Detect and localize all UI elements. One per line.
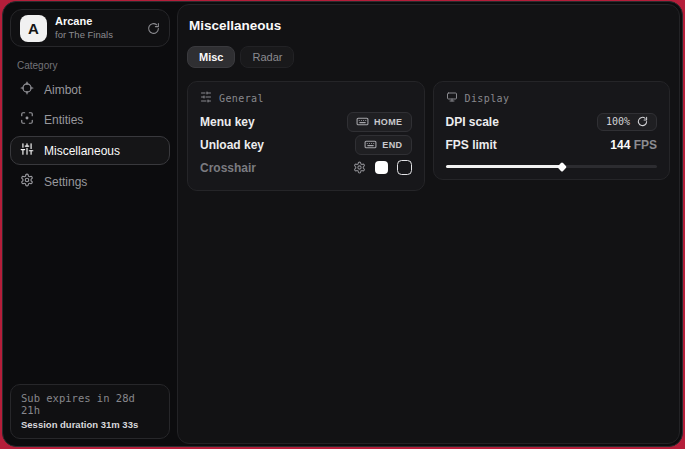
- page-title: Miscellaneous: [189, 18, 670, 33]
- monitor-icon: [446, 91, 458, 105]
- crosshair-icon: [20, 81, 34, 98]
- main-panel: Miscellaneous Misc Radar General Menu ke…: [177, 4, 680, 444]
- brand-text: Arcane for The Finals: [55, 15, 139, 41]
- app-title: Arcane: [55, 15, 139, 29]
- general-card: General Menu key HOME Unload key: [187, 81, 425, 191]
- tab-bar: Misc Radar: [187, 46, 670, 68]
- subscription-info: Sub expires in 28d 21h Session duration …: [10, 384, 170, 439]
- sidebar-item-label: Entities: [44, 113, 83, 127]
- fps-limit-slider[interactable]: [446, 165, 658, 168]
- dpi-scale-selector[interactable]: 100%: [597, 113, 657, 131]
- sidebar: A Arcane for The Finals Category Aimbot: [3, 2, 177, 446]
- sidebar-item-aimbot[interactable]: Aimbot: [10, 76, 170, 103]
- crosshair-controls: [353, 160, 412, 175]
- gear-icon: [20, 173, 34, 190]
- sidebar-item-label: Miscellaneous: [44, 144, 120, 158]
- menu-key-label: Menu key: [200, 115, 255, 129]
- menu-key-value: HOME: [374, 117, 403, 127]
- sliders-horizontal-icon: [200, 91, 212, 105]
- display-card-title: Display: [465, 93, 510, 104]
- sidebar-item-entities[interactable]: Entities: [10, 106, 170, 133]
- keyboard-icon: [364, 138, 377, 151]
- dpi-scale-value: 100%: [606, 116, 630, 127]
- crosshair-enable-checkbox[interactable]: [397, 160, 412, 175]
- sliders-icon: [20, 142, 34, 159]
- tab-radar[interactable]: Radar: [240, 46, 294, 68]
- unload-key-value: END: [382, 140, 402, 150]
- app-subtitle: for The Finals: [55, 29, 139, 41]
- fps-limit-label: FPS limit: [446, 138, 497, 152]
- crosshair-color-swatch[interactable]: [375, 161, 388, 174]
- app-window: A Arcane for The Finals Category Aimbot: [2, 1, 683, 447]
- sidebar-item-label: Aimbot: [44, 83, 81, 97]
- menu-key-bind-button[interactable]: HOME: [347, 112, 412, 132]
- general-card-title: General: [219, 93, 264, 104]
- display-card-header: Display: [446, 91, 658, 105]
- dpi-scale-row: DPI scale 100%: [446, 110, 658, 133]
- fps-slider-fill: [446, 165, 562, 168]
- sidebar-item-miscellaneous[interactable]: Miscellaneous: [10, 136, 170, 165]
- unload-key-label: Unload key: [200, 138, 264, 152]
- display-card: Display DPI scale 100% FPS limit 144: [433, 81, 671, 180]
- fps-number: 144: [610, 138, 630, 152]
- unload-key-bind-button[interactable]: END: [355, 135, 411, 155]
- category-label: Category: [17, 60, 163, 71]
- menu-key-row: Menu key HOME: [200, 110, 412, 133]
- crosshair-row: Crosshair: [200, 156, 412, 179]
- general-card-header: General: [200, 91, 412, 105]
- fps-limit-value: 144 FPS: [610, 138, 657, 152]
- scan-icon: [20, 111, 34, 128]
- sidebar-item-label: Settings: [44, 175, 87, 189]
- session-duration-text: Session duration 31m 33s: [21, 419, 159, 430]
- card-container: General Menu key HOME Unload key: [187, 81, 670, 191]
- cycle-icon: [637, 116, 648, 127]
- crosshair-settings-gear-icon[interactable]: [353, 161, 366, 174]
- fps-unit: FPS: [634, 138, 657, 152]
- sidebar-item-settings[interactable]: Settings: [10, 168, 170, 195]
- unload-key-row: Unload key END: [200, 133, 412, 156]
- dpi-scale-label: DPI scale: [446, 115, 499, 129]
- refresh-icon[interactable]: [147, 22, 160, 35]
- tab-misc[interactable]: Misc: [187, 46, 235, 68]
- sub-expiry-text: Sub expires in 28d 21h: [21, 392, 159, 416]
- fps-limit-row: FPS limit 144 FPS: [446, 133, 658, 156]
- brand-header: A Arcane for The Finals: [10, 9, 170, 47]
- keyboard-icon: [356, 115, 369, 128]
- sidebar-nav: Aimbot Entities Miscellaneous: [10, 76, 170, 195]
- app-logo: A: [20, 15, 47, 42]
- crosshair-label: Crosshair: [200, 161, 256, 175]
- fps-slider-thumb[interactable]: [557, 162, 567, 172]
